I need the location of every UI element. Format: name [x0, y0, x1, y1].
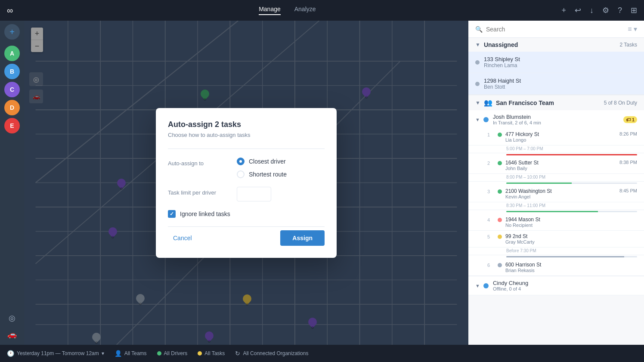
search-input[interactable] — [486, 26, 624, 33]
avatar-4[interactable]: D — [4, 100, 20, 115]
list-view-button[interactable]: ≡ ▾ — [628, 25, 637, 33]
unassigned-chevron: ▼ — [475, 42, 480, 48]
route-info-5: 99 2nd St Gray McCarty — [505, 233, 637, 244]
unassigned-section-header[interactable]: ▼ Unassigned 2 Tasks — [468, 38, 644, 52]
option-shortest[interactable]: Shortest route — [237, 170, 287, 178]
unassigned-title: Unassigned — [484, 41, 620, 48]
avatar-2[interactable]: B — [4, 64, 20, 79]
task-name-1: Rinchen Lama — [484, 62, 637, 68]
route-item-6[interactable]: 6 600 Harrison St Brian Rekasis — [468, 259, 644, 276]
route-person-4: No Recipient — [505, 223, 637, 228]
settings-button[interactable]: ⚙ — [602, 6, 609, 15]
driver-dot-cindy — [483, 283, 489, 288]
organizations-item[interactable]: ↻ All Connected Organizations — [235, 350, 308, 357]
route-info-4: 1944 Mason St No Recipient — [505, 217, 637, 228]
exit-button[interactable]: ⊞ — [631, 6, 637, 15]
time-range-item[interactable]: 🕐 Yesterday 11pm — Tomorrow 12am ▾ — [7, 350, 104, 357]
nav-manage[interactable]: Manage — [259, 6, 281, 15]
route-bar-1 — [506, 154, 637, 155]
tasks-label: All Tasks — [204, 350, 225, 356]
route-item-4[interactable]: 4 1944 Mason St No Recipient — [468, 214, 644, 231]
organizations-label: All Connected Organizations — [243, 350, 308, 356]
top-navigation: ∞ Manage Analyze + ↩ ↓ ⚙ ? ⊞ — [0, 0, 644, 21]
time-range-label: Yesterday 11pm — Tomorrow 12am — [17, 350, 99, 356]
avatar-3[interactable]: C — [4, 82, 20, 97]
drivers-dot — [157, 351, 161, 356]
option-shortest-label: Shortest route — [249, 171, 287, 178]
sidebar-locate-button[interactable]: ◎ — [5, 311, 19, 325]
route-time-2: 8:38 PM — [619, 160, 637, 165]
task-item-2[interactable]: 1298 Haight St Ben Stott — [468, 73, 644, 95]
import-button[interactable]: ↩ — [575, 6, 581, 15]
ignore-linked-checkbox[interactable] — [168, 210, 176, 218]
add-button[interactable]: + — [561, 6, 566, 15]
team-status: 5 of 8 On Duty — [604, 100, 637, 106]
route-num-2: 2 — [487, 160, 494, 166]
ignore-linked-row[interactable]: Ignore linked tasks — [168, 210, 325, 218]
tasks-dot — [198, 351, 202, 356]
search-header: 🔍 ≡ ▾ — [468, 21, 644, 38]
nav-analyze[interactable]: Analyze — [294, 6, 316, 15]
route-info-3: 2100 Washington St Kevin Angel — [505, 188, 619, 199]
drivers-item[interactable]: All Drivers — [157, 350, 188, 356]
tasks-item[interactable]: All Tasks — [198, 350, 225, 356]
driver-status-cindy: Offline, 0 of 4 — [493, 286, 637, 291]
route-info-6: 600 Harrison St Brian Rekasis — [505, 262, 637, 273]
team-section-header[interactable]: ▼ 👥 San Francisco Team 5 of 8 On Duty — [468, 95, 644, 110]
map-area[interactable]: + − ◎ 🚗 Auto-assign 2 tasks Choose how t… — [24, 21, 468, 345]
toolbar: + ↩ ↓ ⚙ ? ⊞ — [561, 6, 637, 15]
route-person-6: Brian Rekasis — [505, 268, 637, 273]
route-item-3[interactable]: 3 2100 Washington St Kevin Angel 8:45 PM — [468, 186, 644, 202]
time-range-chevron: ▾ — [102, 350, 104, 356]
option-closest[interactable]: Closest driver — [237, 158, 287, 165]
task-limit-value[interactable]: 12 — [237, 189, 271, 199]
route-person-1: Lia Longo — [505, 137, 619, 142]
main-content: + A B C D E ◎ 🚗 — [0, 21, 644, 345]
driver-chevron-josh: ▼ — [475, 117, 480, 122]
route-address-5: 99 2nd St — [505, 233, 637, 239]
route-time-window-5: Before 7:30 PM — [468, 248, 644, 255]
cancel-button[interactable]: Cancel — [168, 231, 197, 245]
org-icon: ↻ — [235, 350, 240, 357]
export-button[interactable]: ↓ — [590, 6, 594, 15]
task-item-1[interactable]: 133 Shipley St Rinchen Lama — [468, 52, 644, 73]
modal-title: Auto-assign 2 tasks — [168, 120, 325, 129]
avatar-1[interactable]: A — [4, 46, 20, 61]
task-limit-label: Task limit per driver — [168, 187, 237, 196]
driver-chevron-cindy: ▼ — [475, 283, 480, 288]
route-item-2[interactable]: 2 1646 Sutter St John Baily 8:38 PM — [468, 157, 644, 174]
left-sidebar: + A B C D E ◎ 🚗 — [0, 21, 24, 345]
auto-assign-modal: Auto-assign 2 tasks Choose how to auto-a… — [156, 108, 337, 258]
route-person-3: Kevin Angel — [505, 194, 619, 199]
driver-status-josh: In Transit, 2 of 6, 4 min — [493, 120, 623, 125]
route-address-2: 1646 Sutter St — [505, 160, 619, 166]
assign-button[interactable]: Assign — [280, 230, 325, 246]
unassigned-count: 2 Tasks — [620, 42, 637, 48]
modal-divider — [168, 149, 325, 149]
nav-links: Manage Analyze — [259, 6, 316, 15]
task-limit-spinner[interactable]: 12 ▲ ▼ — [237, 187, 271, 201]
driver-header-josh[interactable]: ▼ Josh Blumstein In Transit, 2 of 6, 4 m… — [468, 110, 644, 129]
driver-name-josh: Josh Blumstein — [493, 114, 623, 120]
route-time-window-3: 8:30 PM – 11:00 PM — [468, 202, 644, 210]
help-button[interactable]: ? — [618, 6, 622, 15]
route-pin-2 — [498, 161, 502, 165]
avatar-5[interactable]: E — [4, 118, 20, 133]
driver-name-cindy: Cindy Cheung — [493, 280, 637, 286]
radio-shortest[interactable] — [237, 170, 245, 178]
route-item-5[interactable]: 5 99 2nd St Gray McCarty — [468, 231, 644, 248]
teams-item[interactable]: 👤 All Teams — [115, 350, 147, 357]
driver-header-cindy[interactable]: ▼ Cindy Cheung Offline, 0 of 4 — [468, 276, 644, 295]
task-info-1: 133 Shipley St Rinchen Lama — [484, 56, 637, 68]
radio-closest[interactable] — [237, 158, 245, 165]
route-info-2: 1646 Sutter St John Baily — [505, 160, 619, 171]
option-closest-label: Closest driver — [249, 158, 286, 165]
route-item-1[interactable]: 1 477 Hickory St Lia Longo 8:26 PM — [468, 129, 644, 145]
add-person-button[interactable]: + — [4, 24, 20, 40]
app-logo[interactable]: ∞ — [7, 6, 13, 15]
task-address-2: 1298 Haight St — [484, 77, 637, 84]
sidebar-vehicle-button[interactable]: 🚗 — [5, 328, 19, 341]
driver-info-josh: Josh Blumstein In Transit, 2 of 6, 4 min — [493, 114, 623, 125]
route-pin-5 — [498, 235, 502, 239]
route-num-5: 5 — [487, 233, 494, 239]
